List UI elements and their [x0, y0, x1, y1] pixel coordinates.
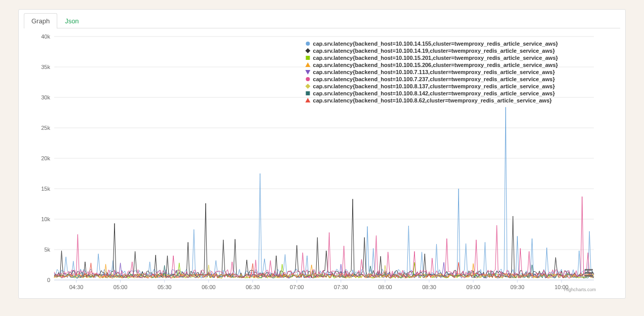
svg-marker-10	[306, 48, 311, 53]
chart-panel: Graph Json 05k10k15k20k25k30k35k40k04:30…	[18, 9, 626, 299]
svg-marker-15	[306, 84, 311, 89]
x-tick-label: 07:30	[334, 284, 348, 290]
y-tick-label: 15k	[41, 186, 50, 192]
svg-point-9	[306, 42, 310, 46]
legend-label: cap.srv.latency{backend_host=10.100.15.2…	[313, 55, 558, 61]
legend-label: cap.srv.latency{backend_host=10.100.7.23…	[313, 76, 555, 82]
y-tick-label: 0	[47, 277, 50, 283]
tab-graph[interactable]: Graph	[24, 13, 57, 28]
svg-rect-16	[306, 91, 310, 95]
series-line[interactable]	[54, 197, 594, 278]
legend-item[interactable]: cap.srv.latency{backend_host=10.100.7.23…	[306, 76, 555, 82]
legend-item[interactable]: cap.srv.latency{backend_host=10.100.7.11…	[306, 69, 555, 75]
view-tabs: Graph Json	[24, 13, 620, 28]
x-tick-label: 08:30	[422, 284, 436, 290]
y-tick-label: 5k	[44, 247, 50, 253]
legend-item[interactable]: cap.srv.latency{backend_host=10.100.8.13…	[306, 83, 555, 89]
y-tick-label: 25k	[41, 125, 50, 131]
x-tick-label: 05:00	[113, 284, 128, 290]
legend-item[interactable]: cap.srv.latency{backend_host=10.100.8.14…	[306, 90, 555, 96]
legend-label: cap.srv.latency{backend_host=10.100.15.2…	[313, 62, 558, 68]
legend-item[interactable]: cap.srv.latency{backend_host=10.100.8.62…	[306, 97, 552, 103]
x-tick-label: 06:00	[202, 284, 216, 290]
x-tick-label: 07:00	[290, 284, 304, 290]
tab-json[interactable]: Json	[57, 13, 86, 28]
legend[interactable]: cap.srv.latency{backend_host=10.100.14.1…	[306, 41, 558, 103]
svg-rect-11	[306, 56, 310, 60]
x-tick-label: 06:30	[246, 284, 260, 290]
y-tick-label: 40k	[41, 33, 50, 40]
svg-point-14	[306, 77, 310, 81]
x-tick-label: 05:30	[158, 284, 172, 290]
svg-marker-12	[306, 62, 311, 67]
legend-label: cap.srv.latency{backend_host=10.100.8.13…	[313, 83, 555, 89]
latency-chart[interactable]: 05k10k15k20k25k30k35k40k04:3005:0005:300…	[24, 31, 620, 295]
legend-label: cap.srv.latency{backend_host=10.100.7.11…	[313, 69, 555, 75]
legend-item[interactable]: cap.srv.latency{backend_host=10.100.15.2…	[306, 55, 558, 61]
svg-marker-13	[306, 70, 311, 75]
legend-item[interactable]: cap.srv.latency{backend_host=10.100.14.1…	[306, 48, 555, 54]
x-tick-label: 09:00	[466, 284, 480, 290]
legend-item[interactable]: cap.srv.latency{backend_host=10.100.15.2…	[306, 62, 558, 68]
chart-credits[interactable]: Highcharts.com	[564, 287, 596, 292]
x-tick-label: 08:00	[378, 284, 392, 290]
x-tick-label: 09:30	[510, 284, 524, 290]
legend-label: cap.srv.latency{backend_host=10.100.14.1…	[313, 48, 555, 54]
legend-label: cap.srv.latency{backend_host=10.100.8.62…	[313, 97, 552, 103]
legend-label: cap.srv.latency{backend_host=10.100.14.1…	[313, 41, 558, 47]
series-line[interactable]	[54, 199, 594, 277]
x-tick-label: 04:30	[69, 284, 84, 290]
svg-marker-17	[306, 98, 311, 102]
y-tick-label: 30k	[41, 94, 50, 100]
y-tick-label: 10k	[41, 216, 50, 222]
legend-label: cap.srv.latency{backend_host=10.100.8.14…	[313, 90, 555, 96]
y-tick-label: 35k	[41, 64, 50, 70]
legend-item[interactable]: cap.srv.latency{backend_host=10.100.14.1…	[306, 41, 558, 47]
y-tick-label: 20k	[41, 155, 50, 161]
series-group	[54, 107, 594, 278]
